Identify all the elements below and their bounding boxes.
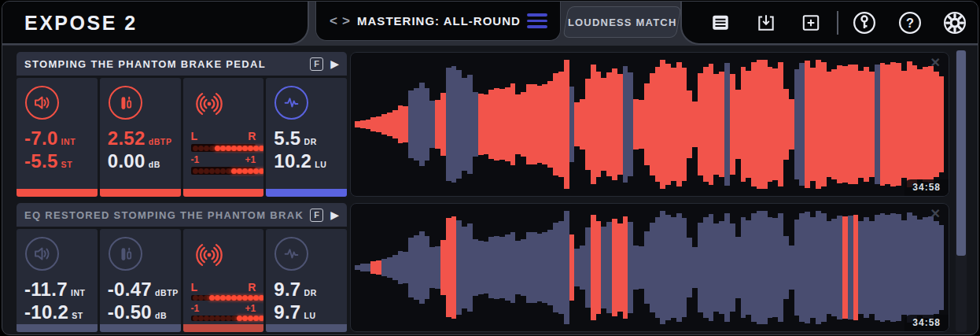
help-icon: ? [898,11,922,35]
play-button[interactable]: ▶ [330,58,339,69]
value-unit: dB [149,161,160,170]
metric-cells: -7.0INT-5.5ST2.52dBTP0.00dBLR-1+15.5DR10… [17,78,347,197]
left-label: L [191,131,198,142]
metric-cell-speaker[interactable]: -11.7INT-10.2ST [17,229,98,332]
add-track-button[interactable] [788,13,834,33]
value-number: 9.7 [274,302,300,323]
led [237,168,242,174]
metric-cell-dynamics[interactable]: 5.5DR10.2LU [266,78,347,197]
metric-cell-stereo[interactable]: LR-1+1 [183,78,264,197]
metric-status-bar [100,324,181,332]
led [231,146,237,151]
led [198,316,204,321]
correlation-labels: -1+1 [191,155,256,164]
track-row: EQ RESTORED STOMPING THE PHANTOM BRAK...… [17,203,949,332]
preset-label[interactable]: MASTERING: ALL-ROUND [352,14,525,28]
metric-value: 9.7DR [274,279,339,301]
led [248,316,253,321]
led [253,295,259,301]
led [231,168,237,174]
metric-cell-stereo[interactable]: LR-1+1 [183,229,264,332]
led [242,295,248,301]
close-icon[interactable]: ✕ [930,55,941,70]
waveform [355,60,945,189]
value-unit: dB [155,312,167,321]
value-number: 0.00 [108,151,146,172]
value-number: 9.7 [274,279,300,301]
led [198,168,204,174]
peak-meter-icon [109,237,142,271]
led [220,168,226,174]
expose2-window: EXPOSE 2 < > MASTERING: ALL-ROUND LOUDNE… [2,1,978,335]
led [193,146,198,151]
speaker-icon [25,86,59,120]
track-header[interactable]: STOMPING THE PHANTOM BRAKE PEDAL F ▶ [17,52,347,76]
led [259,295,264,301]
value-number: -7.0 [24,128,58,150]
led [226,168,231,174]
metric-cell-peak-meter[interactable]: 2.52dBTP0.00dB [100,78,181,197]
metric-status-bar [100,189,181,197]
metric-value: 2.52dBTP [108,128,173,150]
play-button[interactable]: ▶ [330,209,339,220]
filter-badge[interactable]: F [310,57,323,71]
led-meter [191,144,256,152]
metric-cell-dynamics[interactable]: 9.7DR9.7LU [266,229,347,332]
led [204,146,209,151]
scrollbar-thumb[interactable] [956,50,966,256]
metric-cell-speaker[interactable]: -7.0INT-5.5ST [17,78,98,197]
help-button[interactable]: ? [887,11,933,35]
min-label: -1 [191,304,200,313]
close-icon[interactable]: ✕ [930,206,941,221]
led [259,168,264,174]
value-unit: ST [72,312,83,321]
led [193,316,198,321]
led [248,168,253,174]
led [231,316,237,321]
gear-icon [943,11,967,35]
license-button[interactable] [842,11,887,35]
waveform-panel[interactable]: ✕ 34:58 [350,203,949,332]
key-icon [853,11,876,35]
led [248,295,253,301]
metric-value: -0.47dBTP [108,279,173,301]
track-header[interactable]: EQ RESTORED STOMPING THE PHANTOM BRAK...… [17,203,347,227]
led [209,316,215,321]
metric-value: -5.5ST [24,151,90,172]
dynamics-icon [274,86,308,120]
dynamics-icon [274,237,308,271]
led [242,316,248,321]
led [220,316,226,321]
preset-list-button[interactable] [698,13,743,33]
metric-value: 0.00dB [108,151,173,172]
vertical-scrollbar[interactable] [956,50,967,332]
preset-prev-button[interactable]: < [327,14,340,28]
led [220,295,226,301]
preset-menu-icon[interactable] [525,10,549,31]
track-list: STOMPING THE PHANTOM BRAKE PEDAL F ▶ -7.… [2,50,978,334]
value-unit: ST [61,161,73,170]
filter-badge[interactable]: F [310,209,323,222]
led [237,295,242,301]
max-label: +1 [245,155,256,164]
led [226,295,231,301]
waveform-panel[interactable]: ✕ 34:58 [350,52,949,197]
value-number: 2.52 [108,128,146,150]
import-button[interactable] [743,13,789,33]
led [198,295,204,301]
settings-button[interactable] [932,11,978,35]
led [253,146,259,151]
peak-meter-icon [109,86,142,120]
value-unit: INT [61,138,76,147]
topbar-left-panel: EXPOSE 2 [2,2,309,45]
preset-next-button[interactable]: > [340,14,352,28]
track-title: EQ RESTORED STOMPING THE PHANTOM BRAK... [24,209,303,221]
loudness-match-tab[interactable]: LOUDNESS MATCH [562,6,681,38]
right-label: R [248,131,256,142]
metric-value: 5.5DR [274,128,339,150]
led [204,316,209,321]
metric-cell-peak-meter[interactable]: -0.47dBTP-0.50dB [100,229,181,332]
track-row: STOMPING THE PHANTOM BRAKE PEDAL F ▶ -7.… [17,52,949,197]
metric-value: -10.2ST [24,302,90,323]
led [237,146,242,151]
